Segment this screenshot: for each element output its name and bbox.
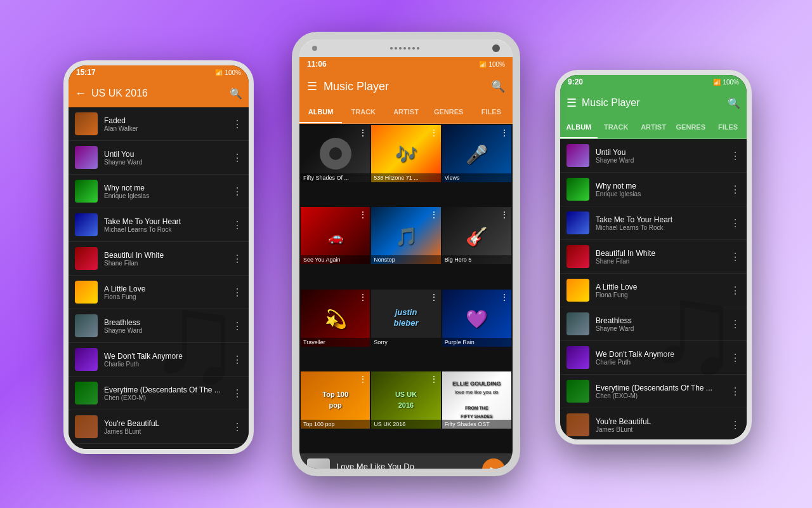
album-more-icon[interactable]: ⋮: [500, 374, 509, 384]
list-item[interactable]: If I Were A Boy Beyoncé ⋮: [69, 444, 249, 449]
track-more-icon[interactable]: ⋮: [730, 352, 740, 364]
center-menu-icon[interactable]: ☰: [307, 79, 317, 93]
album-more-icon[interactable]: ⋮: [358, 210, 367, 220]
album-cell[interactable]: ⋮ Fifty Shades Of ...: [301, 125, 370, 182]
list-item[interactable]: A Little Love Fiona Fung ⋮: [560, 274, 747, 307]
track-more-icon[interactable]: ⋮: [730, 284, 740, 297]
right-menu-icon[interactable]: ☰: [566, 96, 577, 110]
camera-dot: [312, 46, 317, 51]
list-item[interactable]: Why not me Enrique Iglesias ⋮: [69, 175, 249, 208]
album-more-icon[interactable]: ⋮: [500, 210, 509, 220]
list-item[interactable]: Until You Shayne Ward ⋮: [560, 139, 747, 173]
right-tab-genres[interactable]: GENRES: [672, 117, 709, 138]
now-playing-bar[interactable]: Love Me Like You Do Ellie Goulding ▶: [299, 453, 513, 476]
album-cell[interactable]: US UK2016 ⋮ US UK 2016: [371, 371, 440, 429]
speaker-grille: [390, 47, 419, 50]
list-item[interactable]: Everytime (Descendants Of The ... Chen (…: [69, 377, 249, 410]
album-cell[interactable]: 💫 ⋮ Traveller: [301, 290, 370, 347]
album-label: Traveller: [301, 338, 370, 347]
track-more-icon[interactable]: ⋮: [730, 150, 740, 162]
center-search-icon[interactable]: 🔍: [491, 79, 505, 93]
track-title: Breathless: [104, 318, 232, 327]
list-item[interactable]: Faded Alan Walker ⋮: [69, 107, 249, 141]
right-search-icon[interactable]: 🔍: [728, 97, 740, 109]
track-more-icon[interactable]: ⋮: [232, 421, 242, 433]
track-more-icon[interactable]: ⋮: [232, 219, 242, 231]
album-cell[interactable]: 🎤 ⋮ Views: [442, 125, 511, 182]
back-button[interactable]: ←: [75, 87, 86, 100]
right-tab-files[interactable]: FILES: [709, 117, 747, 138]
list-item[interactable]: You're BeautifuL James BLunt ⋮: [560, 408, 747, 439]
list-item[interactable]: Breathless Shayne Ward ⋮: [560, 307, 747, 341]
track-more-icon[interactable]: ⋮: [730, 251, 740, 263]
album-cell[interactable]: 💜 ⋮ Purple Rain: [442, 290, 511, 347]
tab-track[interactable]: TRACK: [342, 102, 384, 123]
track-more-icon[interactable]: ⋮: [232, 320, 242, 332]
list-item[interactable]: Breathless Shayne Ward ⋮: [69, 309, 249, 343]
tab-files[interactable]: FILES: [470, 102, 513, 123]
track-more-icon[interactable]: ⋮: [730, 419, 740, 431]
album-more-icon[interactable]: ⋮: [429, 210, 438, 220]
album-cell[interactable]: 🎶 ⋮ 538 Hitzone 71 ...: [371, 125, 440, 182]
track-title: We Don't Talk Anymore: [104, 352, 232, 361]
list-item[interactable]: A Little Love Fiona Fung ⋮: [69, 276, 249, 309]
track-more-icon[interactable]: ⋮: [232, 286, 242, 298]
album-label: Purple Rain: [442, 338, 511, 347]
album-cell[interactable]: 🚗 ⋮ See You Again: [301, 207, 370, 264]
album-label: 538 Hitzone 71 ...: [371, 173, 440, 182]
track-more-icon[interactable]: ⋮: [730, 184, 740, 196]
album-more-icon[interactable]: ⋮: [358, 292, 367, 302]
track-more-icon[interactable]: ⋮: [232, 354, 242, 366]
track-artist: James BLunt: [104, 428, 232, 435]
track-title: Everytime (Descendants Of The ...: [596, 384, 730, 392]
track-more-icon[interactable]: ⋮: [232, 118, 242, 130]
track-more-icon[interactable]: ⋮: [232, 185, 242, 197]
track-thumbnail: [566, 413, 589, 436]
track-more-icon[interactable]: ⋮: [232, 152, 242, 164]
album-more-icon[interactable]: ⋮: [429, 128, 438, 138]
album-more-icon[interactable]: ⋮: [358, 128, 367, 138]
tab-genres[interactable]: GENRES: [428, 102, 470, 123]
track-more-icon[interactable]: ⋮: [730, 318, 740, 330]
list-item[interactable]: Take Me To Your Heart Michael Learns To …: [560, 206, 747, 240]
track-artist: Enrique Iglesias: [596, 190, 730, 197]
track-thumbnail: [75, 348, 98, 371]
track-more-icon[interactable]: ⋮: [232, 253, 242, 265]
album-more-icon[interactable]: ⋮: [500, 292, 509, 302]
list-item[interactable]: You're BeautifuL James BLunt ⋮: [69, 410, 249, 444]
list-item[interactable]: We Don't Talk Anymore Charlie Puth ⋮: [69, 343, 249, 377]
list-item[interactable]: Everytime (Descendants Of The ... Chen (…: [560, 375, 747, 408]
track-more-icon[interactable]: ⋮: [232, 387, 242, 399]
list-item[interactable]: Beautiful In White Shane Filan ⋮: [560, 240, 747, 274]
list-item[interactable]: Beautiful In White Shane Filan ⋮: [69, 242, 249, 276]
tab-artist[interactable]: ARTIST: [384, 102, 427, 123]
album-cell[interactable]: 🎸 ⋮ Big Hero 5: [442, 207, 511, 264]
list-item[interactable]: Why not me Enrique Iglesias ⋮: [560, 173, 747, 206]
svg-text:💜: 💜: [466, 308, 488, 329]
album-cell[interactable]: justinbieber ⋮ Sorry: [371, 290, 440, 347]
list-item[interactable]: Take Me To Your Heart Michael Learns To …: [69, 208, 249, 242]
track-more-icon[interactable]: ⋮: [730, 217, 740, 229]
album-more-icon[interactable]: ⋮: [429, 374, 438, 384]
track-thumbnail: [75, 382, 98, 404]
album-cell[interactable]: ELLIE GOULDINGlove me like you doFROM TH…: [442, 371, 511, 429]
right-tab-artist[interactable]: ARTIST: [635, 117, 672, 138]
right-tab-album[interactable]: ALBUM: [560, 117, 598, 138]
album-cell[interactable]: Top 100pop ⋮ Top 100 pop: [301, 371, 370, 429]
track-title: Why not me: [596, 182, 730, 190]
list-item[interactable]: We Don't Talk Anymore Charlie Puth ⋮: [560, 341, 747, 375]
track-more-icon[interactable]: ⋮: [730, 385, 740, 398]
album-more-icon[interactable]: ⋮: [429, 292, 438, 302]
list-item[interactable]: Until You Shayne Ward ⋮: [69, 141, 249, 175]
album-more-icon[interactable]: ⋮: [358, 374, 367, 384]
now-playing-title: Love Me Like You Do: [336, 462, 482, 471]
svg-text:💫: 💫: [324, 308, 346, 329]
track-thumbnail: [75, 146, 98, 169]
right-tab-track[interactable]: TRACK: [598, 117, 635, 138]
album-more-icon[interactable]: ⋮: [500, 128, 509, 138]
track-thumbnail: [566, 245, 589, 268]
tab-album[interactable]: ALBUM: [299, 102, 342, 123]
album-cell[interactable]: 🎵 ⋮ Nonstop: [371, 207, 440, 264]
left-search-icon[interactable]: 🔍: [230, 88, 242, 100]
play-button[interactable]: ▶: [482, 458, 505, 476]
